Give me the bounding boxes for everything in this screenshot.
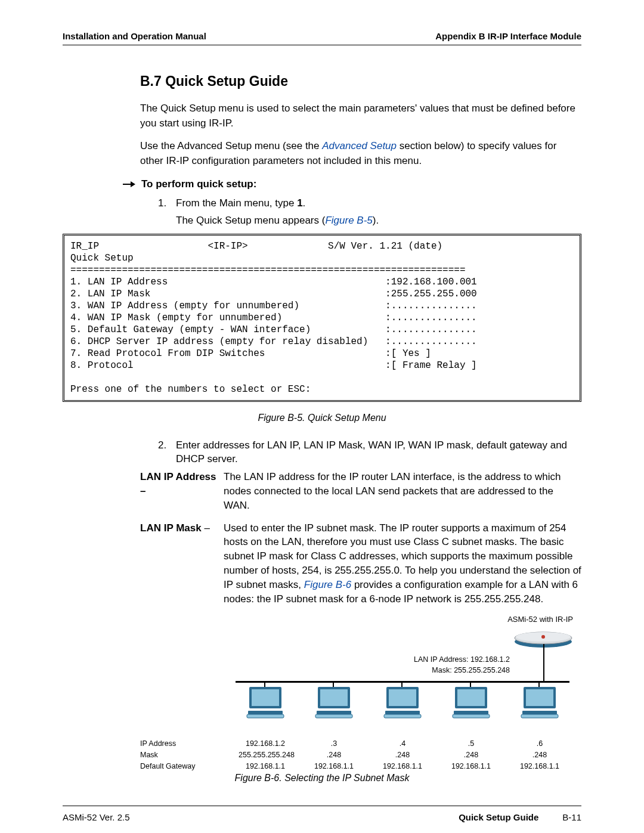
diagram-node-values: .6.248192.168.1.1 [513, 738, 566, 772]
svg-rect-11 [320, 689, 348, 706]
figure-b6-link[interactable]: Figure B-6 [304, 579, 351, 590]
svg-rect-20 [454, 711, 488, 714]
svg-rect-16 [385, 711, 420, 714]
svg-rect-23 [526, 689, 553, 706]
step-number: 2. [158, 438, 176, 467]
footer-left: ASMi-52 Ver. 2.5 [63, 811, 130, 823]
figure-b6-caption: Figure B-6. Selecting the IP Subnet Mask [63, 772, 581, 785]
section-title: B.7 Quick Setup Guide [140, 72, 581, 91]
step-text: From the Main menu, type 1. [176, 196, 305, 210]
svg-rect-7 [252, 689, 279, 706]
svg-rect-15 [389, 689, 416, 706]
svg-rect-24 [522, 711, 557, 714]
step-1: 1. From the Main menu, type 1. [158, 196, 581, 210]
advanced-setup-link[interactable]: Advanced Setup [322, 140, 397, 151]
diagram-row-headers: IP Address Mask Default Gateway [140, 738, 195, 772]
device-label: ASMi-52 with IR-IP [507, 614, 573, 625]
diagram-node-values: .5.248192.168.1.1 [444, 738, 498, 772]
svg-rect-8 [248, 711, 283, 714]
lan-info-label: LAN IP Address: 192.168.1.2 Mask: 255.25… [414, 655, 510, 676]
intro-para-2: Use the Advanced Setup menu (see the Adv… [140, 139, 581, 168]
page-footer: ASMi-52 Ver. 2.5 Quick Setup Guide B-11 [63, 806, 581, 823]
task-label: To perform quick setup: [141, 177, 256, 191]
footer-page: B-11 [562, 811, 581, 823]
diagram-node-values: 192.168.1.2255.255.255.248192.168.1.1 [239, 738, 292, 772]
computer-node-icon [313, 685, 355, 724]
svg-point-5 [541, 635, 545, 639]
diagram-node-values: .3.248192.168.1.1 [307, 738, 361, 772]
svg-marker-1 [131, 181, 135, 187]
svg-rect-12 [317, 711, 351, 714]
step-number: 1. [158, 196, 176, 210]
svg-rect-17 [384, 714, 421, 718]
figure-b5-caption: Figure B-5. Quick Setup Menu [63, 411, 581, 425]
definition-lan-ip-address: LAN IP Address – The LAN IP address for … [140, 470, 581, 512]
figure-b5-link[interactable]: Figure B-5 [325, 215, 372, 226]
computer-node-icon [450, 685, 492, 724]
task-heading: To perform quick setup: [122, 177, 581, 191]
svg-rect-13 [315, 714, 352, 718]
footer-section: Quick Setup Guide [459, 811, 538, 823]
step-1-result: The Quick Setup menu appears (Figure B-5… [176, 213, 581, 228]
page-header: Installation and Operation Manual Append… [63, 30, 581, 45]
diagram-node-values: .4.248192.168.1.1 [376, 738, 429, 772]
step-2: 2. Enter addresses for LAN IP, LAN IP Ma… [158, 438, 581, 467]
computer-node-icon [382, 685, 423, 724]
header-right: Appendix B IR-IP Interface Module [435, 30, 581, 42]
header-left: Installation and Operation Manual [63, 30, 206, 42]
terminal-screenshot: IR_IP <IR-IP> S/W Ver. 1.21 (date) Quick… [63, 234, 581, 402]
computer-node-icon [519, 685, 561, 724]
svg-rect-25 [521, 714, 558, 718]
svg-rect-19 [457, 689, 485, 706]
svg-rect-21 [453, 714, 490, 718]
svg-rect-9 [247, 714, 284, 718]
arrow-right-icon [122, 180, 135, 188]
step-text: Enter addresses for LAN IP, LAN IP Mask,… [176, 438, 581, 467]
network-diagram: ASMi-52 with IR-IP LAN IP Address: 192.1… [140, 614, 581, 763]
definition-lan-ip-mask: LAN IP Mask – Used to enter the IP subne… [140, 521, 581, 606]
computer-node-icon [244, 685, 286, 724]
intro-para-1: The Quick Setup menu is used to select t… [140, 101, 581, 131]
